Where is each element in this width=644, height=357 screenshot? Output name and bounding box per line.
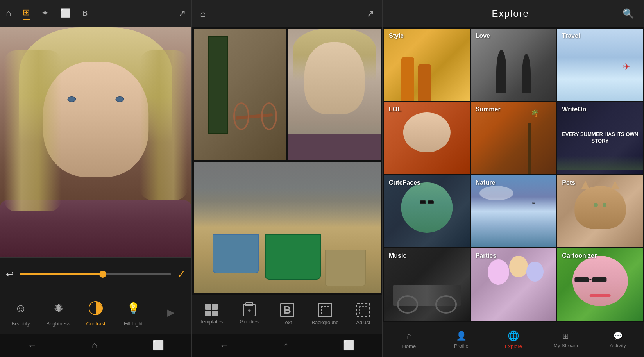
background-icon [318,303,332,317]
explore-title: Explore [492,8,529,19]
collage-recents-button[interactable]: ⬜ [343,340,355,351]
collage-home-button[interactable]: ⌂ [283,340,289,351]
beautify-icon: ☺ [11,298,31,318]
category-parties[interactable]: Parties [471,248,556,321]
adjust-icon [356,303,370,317]
background-tool[interactable]: Background [311,303,339,325]
brightness-tool[interactable]: ✺ Brightness [45,298,72,327]
goodies-label: Goodies [240,319,259,325]
adjustments-nav-item[interactable]: ⊞ [23,7,30,20]
collage-cell-boats[interactable] [194,162,381,293]
goodies-tool[interactable]: ⊛ Goodies [236,304,263,325]
travel-label: Travel [562,32,580,39]
nature-label: Nature [476,179,496,186]
collage-home-icon[interactable]: ⌂ [200,8,206,19]
beautify-tool[interactable]: ☺ Beautify [7,298,34,327]
adjust-label: Adjust [356,320,370,325]
collage-cell-girl[interactable] [288,29,381,160]
collage-top-nav: ⌂ ↗ [192,0,382,27]
love-label: Love [476,32,490,39]
category-cartoonizer[interactable]: Cartoonizer [557,248,643,321]
contrast-tool[interactable]: Contrast [82,298,109,327]
more-icon: ▶ [161,302,181,323]
category-nature[interactable]: ≈ ≈ Nature [471,175,556,248]
writeon-label: WriteOn [562,106,586,113]
goodies-icon: ⊛ [243,304,256,316]
style-label: Style [389,32,404,39]
home-icon[interactable]: ⌂ [6,8,11,18]
cartoonizer-label: Cartoonizer [562,252,597,259]
collage-photo-grid [192,27,382,295]
text-label: Text [283,320,292,325]
cutefaces-label: CuteFaces [389,179,420,186]
bold-icon[interactable]: B [82,9,88,18]
category-love[interactable]: Love [471,29,556,101]
parties-label: Parties [476,252,496,259]
fill-light-icon: 💡 [123,298,143,318]
nav-explore-icon: 🌐 [508,330,519,341]
nav-explore-label: Explore [505,343,522,349]
text-tool[interactable]: B Text [274,303,301,325]
nav-explore[interactable]: 🌐 Explore [498,330,529,349]
templates-tool[interactable]: Templates [198,304,225,325]
contrast-icon [86,298,106,318]
explore-category-grid: Style Love ✈ Travel [383,27,644,322]
category-lol[interactable]: LOL [384,102,470,174]
undo-button[interactable]: ↩ [6,269,14,280]
lol-label: LOL [389,106,401,113]
editor-photo-area [0,27,191,257]
category-pets[interactable]: Pets [557,175,643,248]
wand-icon[interactable]: ✦ [41,8,48,18]
nav-profile[interactable]: 👤 Profile [445,331,477,349]
collage-share-icon[interactable]: ↗ [367,8,374,19]
fill-light-tool[interactable]: 💡 Fill Light [120,298,147,327]
collage-back-button[interactable]: ← [220,340,229,351]
nav-profile-label: Profile [454,343,469,349]
contrast-label: Contrast [86,321,105,327]
category-writeon[interactable]: EVERY SUMMER HAS ITS OWN STORY WriteOn [557,102,643,174]
nav-home[interactable]: ⌂ Home [394,330,425,349]
back-button[interactable]: ← [27,340,37,351]
collage-cell-bike[interactable] [194,29,286,160]
nav-activity-label: Activity [610,343,626,348]
beautify-label: Beautify [12,321,30,327]
category-travel[interactable]: ✈ Travel [557,29,643,101]
more-tool[interactable]: ▶ [157,302,184,323]
music-label: Music [389,252,406,259]
explore-search-icon[interactable]: 🔍 [623,8,634,19]
summer-label: Summer [476,106,501,113]
brightness-label: Brightness [46,321,70,327]
brightness-slider[interactable] [20,273,171,275]
nav-home-label: Home [402,343,416,349]
photo-editor-panel: ⌂ ⊞ ✦ ⬜ B ↗ [0,0,191,357]
editor-bottom-nav: ← ⌂ ⬜ [0,334,191,357]
share-icon[interactable]: ↗ [179,8,186,18]
home-button[interactable]: ⌂ [92,340,98,351]
editor-toolbar: ☺ Beautify ✺ Brightness Contrast 💡 [0,291,191,334]
templates-icon [205,304,218,316]
explore-bottom-nav: ⌂ Home 👤 Profile 🌐 Explore ⊞ My Stream 💬… [383,322,644,357]
pets-label: Pets [562,179,575,186]
explore-panel: ⌂ Explore 🔍 Style Love [383,0,644,357]
explore-header: ⌂ Explore 🔍 [383,0,644,27]
category-music[interactable]: Music [384,248,470,321]
category-style[interactable]: Style [384,29,470,101]
fill-light-label: Fill Light [124,321,143,327]
editor-top-nav: ⌂ ⊞ ✦ ⬜ B ↗ [0,0,191,27]
recents-button[interactable]: ⬜ [152,340,164,351]
nav-activity[interactable]: 💬 Activity [602,331,633,348]
collage-bottom-nav: ← ⌂ ⬜ [192,334,382,357]
category-cutefaces[interactable]: CuteFaces [384,175,470,248]
writeon-overlay-text: EVERY SUMMER HAS ITS OWN STORY [562,131,639,145]
nav-mystream[interactable]: ⊞ My Stream [550,331,581,348]
brightness-icon: ✺ [48,298,68,318]
nav-activity-icon: 💬 [613,331,623,341]
category-summer[interactable]: 🌴 Summer [471,102,556,174]
adjust-tool[interactable]: Adjust [349,303,377,325]
templates-label: Templates [200,319,223,325]
nav-mystream-icon: ⊞ [562,331,569,341]
confirm-button[interactable]: ✓ [177,268,186,280]
nav-home-icon: ⌂ [406,330,412,341]
background-label: Background [311,320,338,325]
frame-icon[interactable]: ⬜ [60,8,71,18]
